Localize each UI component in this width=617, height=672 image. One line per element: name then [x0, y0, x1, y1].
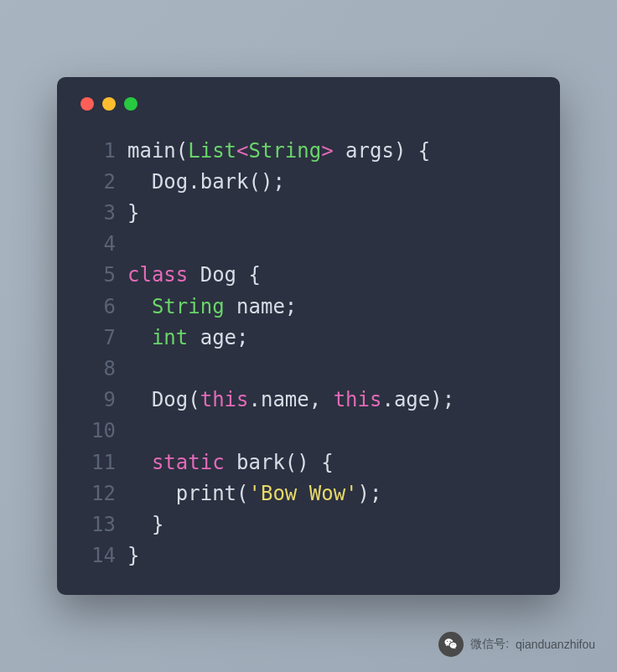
code-line: 3} — [80, 198, 537, 229]
line-number: 9 — [80, 385, 116, 416]
line-number: 3 — [80, 198, 116, 229]
code-line: 8 — [80, 354, 537, 385]
line-content: class Dog { — [127, 260, 261, 291]
line-number: 13 — [80, 509, 116, 540]
line-content: } — [127, 540, 139, 571]
code-area: 1main(List<String> args) {2 Dog.bark();3… — [80, 136, 537, 572]
line-content: print('Bow Wow'); — [127, 478, 381, 509]
line-content: } — [127, 198, 139, 229]
line-number: 2 — [80, 167, 116, 198]
line-number: 7 — [80, 323, 116, 354]
attribution-handle: qianduanzhifou — [516, 638, 595, 651]
line-number: 6 — [80, 292, 116, 323]
code-line: 6 String name; — [80, 292, 537, 323]
line-number: 10 — [80, 416, 116, 447]
line-number: 5 — [80, 260, 116, 291]
code-line: 10 — [80, 416, 537, 447]
line-number: 11 — [80, 447, 116, 478]
code-line: 4 — [80, 229, 537, 260]
code-line: 11 static bark() { — [80, 447, 537, 478]
line-content — [127, 416, 139, 447]
close-icon[interactable] — [80, 97, 94, 111]
code-line: 13 } — [80, 509, 537, 540]
line-number: 12 — [80, 478, 116, 509]
line-number: 4 — [80, 229, 116, 260]
line-content: Dog(this.name, this.age); — [127, 385, 454, 416]
window-controls — [80, 97, 537, 111]
line-number: 8 — [80, 354, 116, 385]
wechat-icon — [438, 632, 464, 657]
code-editor-window: 1main(List<String> args) {2 Dog.bark();3… — [57, 77, 560, 596]
line-number: 14 — [80, 540, 116, 571]
line-content: String name; — [127, 292, 297, 323]
code-line: 2 Dog.bark(); — [80, 167, 537, 198]
attribution-label: 微信号: — [470, 637, 509, 652]
code-line: 1main(List<String> args) { — [80, 136, 537, 167]
attribution: 微信号: qianduanzhifou — [438, 632, 595, 657]
code-line: 7 int age; — [80, 323, 537, 354]
line-content — [127, 229, 139, 260]
line-content: int age; — [127, 323, 249, 354]
line-content — [127, 354, 139, 385]
code-line: 9 Dog(this.name, this.age); — [80, 385, 537, 416]
line-number: 1 — [80, 136, 116, 167]
line-content: main(List<String> args) { — [127, 136, 430, 167]
line-content: Dog.bark(); — [127, 167, 285, 198]
code-line: 14} — [80, 540, 537, 571]
zoom-icon[interactable] — [124, 97, 137, 111]
code-line: 5class Dog { — [80, 260, 537, 291]
line-content: static bark() { — [127, 447, 334, 478]
minimize-icon[interactable] — [102, 97, 116, 111]
code-line: 12 print('Bow Wow'); — [80, 478, 537, 509]
line-content: } — [127, 509, 163, 540]
